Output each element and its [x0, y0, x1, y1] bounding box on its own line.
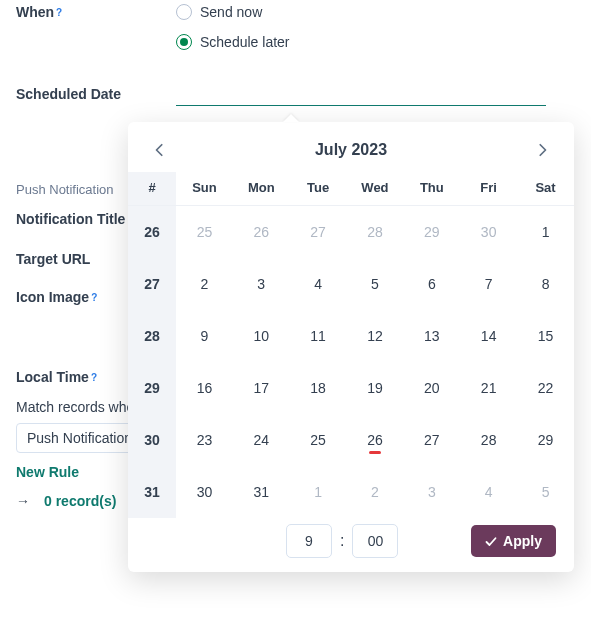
calendar-day[interactable]: 24	[233, 414, 290, 466]
calendar-day[interactable]: 7	[460, 258, 517, 310]
calendar-day[interactable]: 14	[460, 310, 517, 362]
chevron-left-icon	[153, 143, 167, 157]
week-number-cell: 31	[128, 466, 176, 518]
radio-schedule-later[interactable]: Schedule later	[176, 30, 290, 54]
prev-month-button[interactable]	[150, 140, 170, 160]
time-separator: :	[340, 532, 344, 550]
minute-input[interactable]	[352, 524, 398, 558]
calendar-day[interactable]: 29	[517, 414, 574, 466]
calendar-day[interactable]: 3	[403, 466, 460, 518]
chevron-right-icon	[535, 143, 549, 157]
calendar-day[interactable]: 26	[347, 414, 404, 466]
calendar-day[interactable]: 13	[403, 310, 460, 362]
weekday-header: Mon	[233, 172, 290, 206]
calendar-day[interactable]: 11	[290, 310, 347, 362]
calendar-day[interactable]: 5	[517, 466, 574, 518]
calendar-day[interactable]: 28	[347, 206, 404, 258]
calendar-day[interactable]: 2	[347, 466, 404, 518]
radio-schedule-later-label: Schedule later	[200, 34, 290, 50]
radio-send-now[interactable]: Send now	[176, 0, 290, 24]
calendar-day[interactable]: 30	[460, 206, 517, 258]
hour-input[interactable]	[286, 524, 332, 558]
weekday-header: Sat	[517, 172, 574, 206]
calendar-day[interactable]: 25	[176, 206, 233, 258]
radio-circle-icon	[176, 4, 192, 20]
apply-button[interactable]: Apply	[471, 525, 556, 557]
next-month-button[interactable]	[532, 140, 552, 160]
week-number-cell: 26	[128, 206, 176, 258]
date-picker-popover: July 2023 #SunMonTueWedThuFriSat 2625262…	[128, 122, 574, 572]
calendar-day[interactable]: 3	[233, 258, 290, 310]
radio-send-now-label: Send now	[200, 4, 262, 20]
calendar-day[interactable]: 31	[233, 466, 290, 518]
arrow-right-icon: →	[16, 493, 30, 509]
calendar-day[interactable]: 21	[460, 362, 517, 414]
calendar-day[interactable]: 22	[517, 362, 574, 414]
calendar-day[interactable]: 26	[233, 206, 290, 258]
scheduled-date-input[interactable]	[176, 84, 546, 106]
new-rule-link[interactable]: New Rule	[16, 464, 79, 480]
week-number-header: #	[128, 172, 176, 206]
calendar-day[interactable]: 15	[517, 310, 574, 362]
apply-button-label: Apply	[503, 533, 542, 549]
weekday-header: Fri	[460, 172, 517, 206]
calendar-day[interactable]: 18	[290, 362, 347, 414]
calendar-day[interactable]: 29	[403, 206, 460, 258]
weekday-header: Thu	[403, 172, 460, 206]
check-icon	[485, 535, 497, 547]
calendar-day[interactable]: 17	[233, 362, 290, 414]
time-selector: :	[286, 524, 398, 558]
week-number-cell: 30	[128, 414, 176, 466]
calendar-day[interactable]: 23	[176, 414, 233, 466]
local-time-label: Local Time	[16, 369, 89, 385]
calendar-day[interactable]: 8	[517, 258, 574, 310]
calendar-day[interactable]: 12	[347, 310, 404, 362]
calendar-day[interactable]: 30	[176, 466, 233, 518]
records-count-link[interactable]: 0 record(s)	[44, 493, 116, 509]
calendar-day[interactable]: 10	[233, 310, 290, 362]
scheduled-date-label: Scheduled Date	[16, 86, 121, 102]
calendar-day[interactable]: 4	[460, 466, 517, 518]
calendar-day[interactable]: 19	[347, 362, 404, 414]
calendar-day[interactable]: 28	[460, 414, 517, 466]
calendar-day[interactable]: 16	[176, 362, 233, 414]
calendar-day[interactable]: 27	[403, 414, 460, 466]
week-number-cell: 28	[128, 310, 176, 362]
icon-image-label: Icon Image	[16, 289, 89, 305]
week-number-cell: 27	[128, 258, 176, 310]
month-label: July 2023	[315, 141, 387, 159]
calendar-day[interactable]: 25	[290, 414, 347, 466]
calendar-day[interactable]: 1	[290, 466, 347, 518]
calendar-day[interactable]: 4	[290, 258, 347, 310]
rule-field-select[interactable]: Push Notification	[16, 423, 143, 453]
calendar-day[interactable]: 9	[176, 310, 233, 362]
week-number-cell: 29	[128, 362, 176, 414]
radio-circle-checked-icon	[176, 34, 192, 50]
calendar-day[interactable]: 2	[176, 258, 233, 310]
help-icon[interactable]: ?	[56, 7, 62, 18]
weekday-header: Tue	[290, 172, 347, 206]
help-icon[interactable]: ?	[91, 292, 97, 303]
calendar-day[interactable]: 1	[517, 206, 574, 258]
weekday-header: Wed	[347, 172, 404, 206]
calendar-day[interactable]: 27	[290, 206, 347, 258]
calendar-day[interactable]: 5	[347, 258, 404, 310]
weekday-header: Sun	[176, 172, 233, 206]
when-label: When	[16, 4, 54, 20]
calendar-day[interactable]: 20	[403, 362, 460, 414]
calendar-day[interactable]: 6	[403, 258, 460, 310]
help-icon[interactable]: ?	[91, 372, 97, 383]
calendar-table: #SunMonTueWedThuFriSat 26252627282930127…	[128, 172, 574, 518]
